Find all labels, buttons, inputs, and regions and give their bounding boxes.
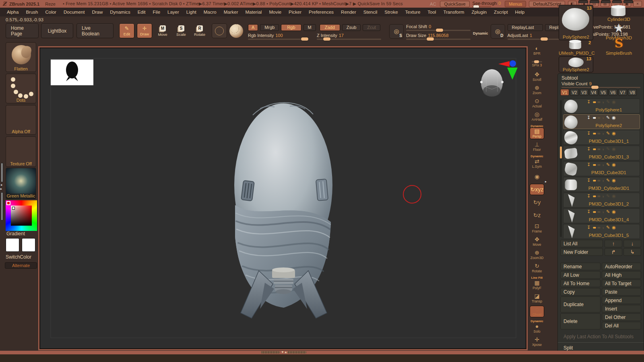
rotate3d-button[interactable]: ↻ Rotate (530, 263, 544, 274)
edit-mode-button[interactable]: ✎ Edit (119, 23, 134, 38)
lazy-mouse-button[interactable]: ◎S (389, 24, 404, 39)
visibility-tab[interactable]: V6 (609, 89, 617, 96)
scroll-button[interactable]: ✥ Scroll (530, 71, 544, 82)
menu-item[interactable]: Brush (22, 8, 41, 16)
home-page-button[interactable]: Home Page (6, 23, 39, 38)
tool-slot[interactable]: S SimpleBrush (596, 41, 642, 56)
menu-item[interactable]: Edit (134, 8, 149, 16)
lsym-button[interactable]: ⇄ L.Sym (530, 158, 544, 169)
menu-item[interactable]: Texture (402, 8, 424, 16)
palette-tab[interactable] (590, 0, 599, 3)
visibility-tab[interactable]: V3 (580, 89, 588, 96)
menu-item[interactable]: Stroke (381, 8, 401, 16)
left-divider-handle[interactable] (1, 163, 3, 182)
apply-last-action-button[interactable]: Apply Last Action To All Subtools (560, 333, 641, 340)
tray-collapse-icon[interactable]: ▼▲ (281, 351, 287, 354)
color-picker[interactable] (6, 200, 37, 231)
replay-last-button[interactable]: ReplayLast (508, 24, 543, 31)
menu-item[interactable]: Marker (220, 8, 242, 16)
main-color-swatch[interactable] (6, 238, 19, 252)
all-low-button[interactable]: All Low (560, 271, 601, 279)
menu-item[interactable]: Alpha (3, 8, 22, 16)
draw-mode-button[interactable]: ✛ Draw (137, 23, 152, 38)
persp-button[interactable]: ▤ Persp (530, 128, 544, 139)
insert-button[interactable]: Insert (602, 305, 641, 313)
frame-button[interactable]: ⊡ Frame (530, 223, 544, 234)
current-alpha-thumbnail[interactable]: Alpha Off (6, 105, 36, 135)
tool-slot-active[interactable]: 13 PolySphere2 (559, 5, 593, 40)
current-material-sphere[interactable] (229, 24, 243, 38)
zsub-button[interactable]: Zsub (342, 24, 361, 31)
move-down-button[interactable]: ↓ (623, 240, 641, 247)
paste-button[interactable]: Paste (602, 288, 641, 296)
move-up-button[interactable]: ↑ (605, 240, 622, 247)
zadd-button[interactable]: Zadd (320, 24, 340, 31)
menu-item[interactable]: Color (41, 8, 60, 16)
menu-item[interactable]: Preferences (305, 8, 337, 16)
rot-xyz-button[interactable]: ↻xyz (530, 184, 544, 195)
quicksave-button[interactable]: QuickSave (440, 1, 469, 7)
subtool-item[interactable]: ↧ ●● ●● ◑ ✎ ◉ PM3D_Cube3D1 (563, 161, 640, 176)
menu-item[interactable]: Dynamics (106, 8, 134, 16)
copy-button[interactable]: Copy (560, 288, 601, 296)
duplicate-button[interactable]: Duplicate (560, 296, 601, 313)
visibility-tab[interactable]: V1 (560, 89, 569, 96)
secondary-color-swatch[interactable] (22, 238, 35, 252)
move-gizmo-button[interactable]: M Move (155, 23, 171, 38)
rename-button[interactable]: Rename (560, 263, 601, 270)
hue-selector[interactable] (6, 201, 10, 205)
move-into-folder-button[interactable]: ↳ (623, 248, 641, 256)
polyf-button[interactable]: ▦ PolyF (530, 280, 544, 290)
menu-item[interactable]: Material (242, 8, 266, 16)
append-button[interactable]: Append (602, 296, 641, 304)
rot-z-button[interactable]: ↻z (530, 210, 544, 220)
rgb-button[interactable]: Rgb (281, 24, 301, 31)
current-texture-thumbnail[interactable]: Texture Off (6, 136, 36, 167)
move-out-folder-button[interactable]: ↱ (605, 248, 622, 256)
menu-item[interactable]: Picker (285, 8, 305, 16)
subtool-item[interactable]: ↧ ●● ●● ◑ ✎ ◉ PM3D_Cube3D1_5 (563, 224, 640, 238)
bpr-button[interactable]: ◐ BPR (530, 45, 544, 56)
all-to-home-button[interactable]: All To Home (560, 280, 601, 287)
del-other-button[interactable]: Del Other (602, 313, 641, 321)
zoom3d-button[interactable]: ⊕ Zoom3D (530, 249, 544, 260)
menu-item[interactable]: Render (337, 8, 360, 16)
menu-item[interactable]: Tool (424, 8, 440, 16)
palette-tab[interactable] (623, 0, 633, 3)
live-boolean-button[interactable]: Live Boolean (76, 23, 114, 38)
mrgb-button[interactable]: Mrgb (260, 24, 279, 31)
focal-shift-slider[interactable]: Focal Shift0 (406, 24, 471, 31)
right-divider-arrow-icon[interactable]: ▸ (545, 180, 547, 183)
document-canvas[interactable] (38, 46, 528, 350)
all-to-target-button[interactable]: All To Target (602, 280, 641, 287)
menu-item[interactable]: Macro (200, 8, 220, 16)
palette-tab[interactable] (601, 0, 611, 3)
visibility-tab[interactable]: V7 (618, 89, 627, 96)
floor-button[interactable]: ⊥ Floor (530, 141, 544, 152)
rgb-intensity-slider[interactable]: Rgb Intensity100 (248, 33, 308, 40)
menu-item[interactable]: Stencil (360, 8, 381, 16)
list-all-button[interactable]: List All (560, 240, 603, 247)
subtool-item[interactable]: ↧ ●● ●● ◑ ✎ ◉ PM3D_Cube3D1_4 (563, 208, 640, 223)
palette-tab[interactable] (612, 0, 622, 3)
subtool-item[interactable]: ↧ ●● ●● ◑ ✎ ◉ PolySphere1 (563, 99, 640, 113)
rot-y-button[interactable]: ↻y (530, 197, 544, 208)
color-selector[interactable] (12, 207, 15, 210)
menu-item[interactable]: Movie (265, 8, 285, 16)
zoom-button[interactable]: ⊕ Zoom (530, 84, 544, 95)
alternate-button[interactable]: Alternate (5, 262, 37, 269)
all-high-button[interactable]: All High (602, 271, 641, 279)
tool-slot[interactable]: 2 UMesh_PM3D_C (559, 41, 593, 56)
subtool-item[interactable]: ↧ ●● ●● ◑ ✎ ◉ PolySphere2 (563, 114, 640, 129)
new-folder-button[interactable]: New Folder (560, 248, 603, 256)
menu-item[interactable]: Transform (440, 8, 468, 16)
autoreorder-button[interactable]: AutoReorder (602, 263, 641, 270)
ghost-button[interactable]: ◌ Ghost (530, 306, 544, 317)
m-button[interactable]: M (303, 24, 316, 31)
current-stroke-thumbnail[interactable]: Dots (6, 74, 36, 103)
menu-item[interactable]: File (149, 8, 164, 16)
subtool-item[interactable]: ↧ ●● ●● ◑ ✎ ◉ PM3D_Cube3D1_3 (563, 146, 640, 160)
subtool-scrollbar[interactable] (560, 100, 562, 237)
tray-grip-left[interactable] (261, 351, 280, 354)
menu-item[interactable]: Help (512, 8, 528, 16)
